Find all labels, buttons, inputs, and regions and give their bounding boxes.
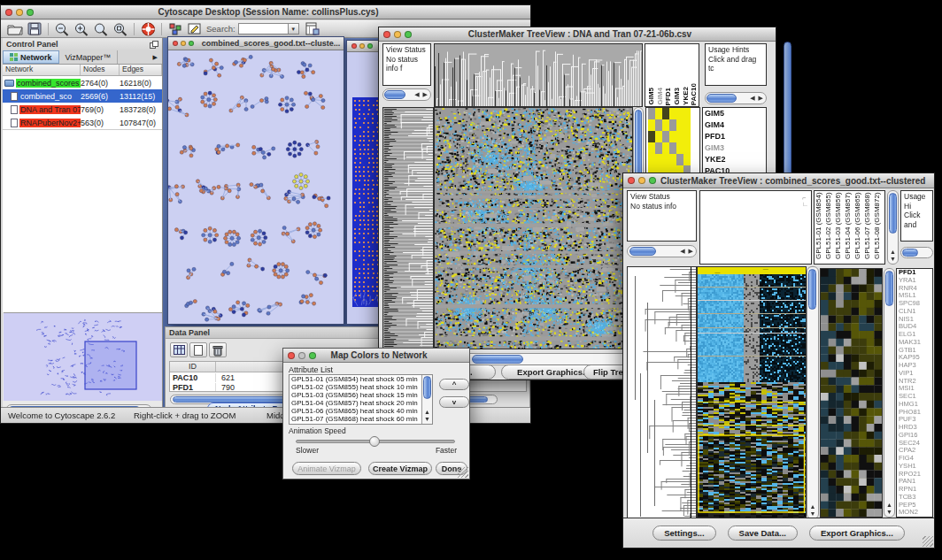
attribute-item[interactable]: GPL51-03 (GSM856) heat shock 15 min: [290, 391, 421, 399]
heatmap-cell[interactable]: [662, 142, 669, 154]
attribute-list-vscrollbar[interactable]: ▲▼: [421, 375, 432, 424]
scroll-arrows-icon[interactable]: ◀ ▶: [414, 91, 429, 98]
main-heatmap-canvas[interactable]: [698, 267, 806, 518]
attribute-item[interactable]: GPL51-02 (GSM855) heat shock 10 min: [290, 383, 421, 391]
settings-button[interactable]: Settings...: [652, 525, 715, 541]
minimize-icon[interactable]: [394, 31, 401, 38]
help-ring-icon[interactable]: [138, 21, 158, 37]
dialog-title-bar[interactable]: Map Colors to Network: [283, 349, 469, 363]
row-dendrogram-panel[interactable]: [627, 266, 697, 519]
minimize-icon[interactable]: [359, 43, 365, 49]
heatmap-cell[interactable]: [676, 142, 683, 154]
view-status-scrollbar[interactable]: ◀ ▶: [382, 88, 431, 101]
tab-overflow-icon[interactable]: ▶: [149, 50, 162, 64]
animation-speed-slider[interactable]: [296, 440, 455, 443]
scroll-arrows-icon[interactable]: ▲▼: [807, 503, 818, 518]
gene-item[interactable]: MON2: [897, 509, 932, 517]
column-dendrogram-panel[interactable]: [434, 43, 643, 107]
search-input[interactable]: [238, 23, 288, 35]
main-heatmap-panel[interactable]: [434, 107, 633, 349]
network-canvas[interactable]: [168, 50, 344, 324]
heatmap-cell[interactable]: [669, 142, 676, 154]
gene-item[interactable]: YKE2: [703, 154, 766, 165]
annotation-icon[interactable]: [185, 21, 205, 37]
heatmap-cell[interactable]: [683, 108, 691, 119]
dense-network-canvas[interactable]: [352, 97, 379, 307]
heatmap-cell[interactable]: [676, 108, 683, 119]
gene-item[interactable]: GIM4: [703, 119, 766, 131]
heatmap-cell[interactable]: [683, 131, 691, 142]
main-heatmap-panel[interactable]: [697, 266, 807, 519]
heatmap-cell[interactable]: [676, 131, 683, 142]
network-view-window[interactable]: combined_scores_good.txt--cluste...: [167, 36, 344, 325]
minimize-icon[interactable]: [298, 352, 305, 359]
heatmap-cell[interactable]: [648, 119, 655, 131]
scroll-arrows-icon[interactable]: ▲▼: [422, 409, 432, 423]
correlation-mini-heatmap[interactable]: [648, 108, 691, 177]
network-view-title-bar[interactable]: combined_scores_good.txt--cluste...: [168, 37, 344, 50]
heatmap-cell[interactable]: [655, 119, 662, 131]
zoom-out-button[interactable]: [52, 21, 72, 37]
row-dendrogram-canvas[interactable]: [383, 108, 433, 349]
scroll-arrows-icon[interactable]: ◀ ▶: [750, 95, 764, 102]
scroll-arrows-icon[interactable]: ▲▼: [884, 502, 894, 516]
attribute-browser-icon[interactable]: [303, 21, 322, 37]
zoom-window-icon[interactable]: [27, 9, 34, 16]
save-button[interactable]: [25, 21, 44, 37]
network-tree-whitespace[interactable]: [3, 129, 162, 312]
move-down-button[interactable]: v: [439, 396, 469, 408]
heatmap-cell[interactable]: [683, 154, 691, 165]
resize-grip[interactable]: [923, 536, 933, 547]
vizmap-icon[interactable]: [166, 21, 185, 37]
zoom-window-icon[interactable]: [367, 43, 373, 49]
open-button[interactable]: [5, 21, 25, 37]
zoom-heatmap-panel[interactable]: [820, 268, 883, 518]
save-data-button[interactable]: Save Data...: [728, 525, 798, 541]
usage-hints-scrollbar[interactable]: ◀ ▶: [705, 92, 767, 104]
close-icon[interactable]: [173, 41, 178, 46]
main-title-bar[interactable]: Cytoscape Desktop (Session Name: collins…: [1, 5, 530, 19]
close-icon[interactable]: [628, 177, 635, 184]
usage-hints-scrollbar[interactable]: [900, 247, 933, 258]
heatmap-cell[interactable]: [655, 131, 662, 142]
heatmap-cell[interactable]: [662, 119, 669, 131]
gene-item[interactable]: GIM5: [703, 108, 766, 119]
heatmap-cell[interactable]: [662, 154, 669, 165]
minimize-icon[interactable]: [181, 41, 186, 46]
select-attributes-button[interactable]: [170, 342, 188, 357]
column-labels-vscrollbar[interactable]: ▲▼: [887, 190, 899, 265]
main-heatmap-canvas[interactable]: [435, 108, 632, 349]
delete-attribute-button[interactable]: [209, 342, 227, 357]
network-overview-panel[interactable]: [4, 312, 162, 401]
heatmap-cell[interactable]: [648, 131, 655, 142]
heatmap-cell[interactable]: [662, 131, 669, 142]
network-table-header[interactable]: Network Nodes Edges: [3, 65, 162, 76]
network-row[interactable]: DNA and Tran 07769(0)183728(0): [3, 103, 162, 116]
attribute-item[interactable]: GPL51-04 (GSM857) heat shock 20 min: [290, 399, 421, 407]
attribute-item[interactable]: GPL51-06 (GSM865) heat shock 40 min: [290, 407, 421, 415]
zoom-vscrollbar[interactable]: ▲▼: [884, 268, 895, 518]
tab-vizmapper[interactable]: VizMapper™: [59, 50, 119, 64]
move-up-button[interactable]: ^: [439, 379, 469, 390]
zoom-window-icon[interactable]: [649, 177, 656, 184]
heatmap-cell[interactable]: [655, 142, 662, 154]
heatmap-cell[interactable]: [648, 108, 655, 119]
attribute-item[interactable]: GPL51-01 (GSM854) heat shock 05 min: [290, 375, 421, 383]
search-dropdown-icon[interactable]: ▼: [288, 23, 299, 35]
zoom-selected-button[interactable]: [111, 21, 130, 37]
network-row[interactable]: combined_scores2764(0)16218(0): [3, 76, 162, 89]
heatmap-vscrollbar[interactable]: ▲▼: [807, 266, 819, 519]
gene-item[interactable]: PFD1: [703, 131, 766, 142]
view-status-scrollbar[interactable]: ◀ ▶: [627, 245, 697, 257]
heatmap-cell[interactable]: [669, 119, 676, 131]
close-icon[interactable]: [5, 9, 12, 16]
attribute-item[interactable]: GPL51-07 (GSM868) heat shock 60 min: [290, 415, 421, 423]
tab-network[interactable]: Network: [3, 50, 59, 64]
zoom-in-button[interactable]: [72, 21, 91, 37]
new-attribute-button[interactable]: [189, 342, 207, 357]
heatmap-cell[interactable]: [655, 154, 662, 165]
heatmap-cell[interactable]: [662, 108, 669, 119]
minimize-icon[interactable]: [638, 177, 645, 184]
close-icon[interactable]: [351, 43, 357, 49]
treeview2-title-bar[interactable]: ClusterMaker TreeView : combined_scores_…: [623, 173, 934, 188]
